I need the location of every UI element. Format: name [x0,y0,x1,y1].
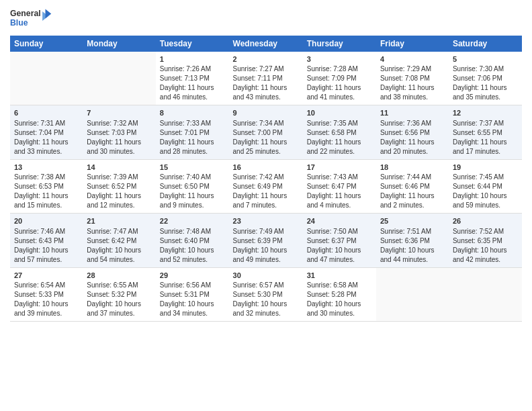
day-info: Sunrise: 7:42 AM [233,173,299,182]
day-cell: 10Sunrise: 7:35 AMSunset: 6:58 PMDayligh… [303,105,376,159]
day-number: 9 [233,108,299,118]
day-info: Sunset: 6:50 PM [160,182,225,191]
day-cell: 2Sunrise: 7:27 AMSunset: 7:11 PMDaylight… [229,52,303,105]
day-cell: 25Sunrise: 7:51 AMSunset: 6:36 PMDayligh… [376,214,449,267]
col-header-thursday: Thursday [303,36,376,52]
day-info: Daylight: 10 hours and 37 minutes. [87,300,152,318]
day-info: Sunrise: 7:32 AM [87,119,152,128]
day-cell: 30Sunrise: 6:57 AMSunset: 5:30 PMDayligh… [229,267,303,321]
day-number: 29 [160,271,225,281]
day-info: Sunset: 7:13 PM [160,74,225,83]
day-number: 1 [160,54,225,64]
day-cell: 9Sunrise: 7:34 AMSunset: 7:00 PMDaylight… [229,105,303,159]
day-info: Sunrise: 7:26 AM [160,64,225,74]
day-info: Sunrise: 6:58 AM [307,281,372,290]
day-number: 28 [87,271,152,281]
day-cell: 23Sunrise: 7:49 AMSunset: 6:39 PMDayligh… [229,214,303,267]
day-info: Sunrise: 7:29 AM [380,64,445,74]
day-info: Sunset: 6:58 PM [307,128,372,138]
col-header-tuesday: Tuesday [156,36,229,52]
col-header-friday: Friday [376,36,449,52]
day-info: Daylight: 11 hours and 12 minutes. [87,191,152,210]
day-cell: 1Sunrise: 7:26 AMSunset: 7:13 PMDaylight… [156,52,229,105]
day-info: Daylight: 11 hours and 25 minutes. [233,138,299,156]
day-info: Sunset: 7:00 PM [233,128,299,138]
col-header-sunday: Sunday [10,36,83,52]
week-row-1: 1Sunrise: 7:26 AMSunset: 7:13 PMDaylight… [10,52,522,105]
day-info: Sunset: 5:33 PM [14,290,79,300]
col-header-saturday: Saturday [449,36,522,52]
day-info: Daylight: 10 hours and 57 minutes. [14,246,79,265]
day-info: Daylight: 10 hours and 52 minutes. [160,246,225,265]
day-info: Daylight: 11 hours and 33 minutes. [14,138,79,156]
day-cell: 28Sunrise: 6:55 AMSunset: 5:32 PMDayligh… [83,267,156,321]
day-info: Daylight: 11 hours and 41 minutes. [307,83,372,102]
day-info: Daylight: 10 hours and 49 minutes. [233,246,299,265]
day-number: 24 [307,216,372,226]
day-info: Daylight: 11 hours and 20 minutes. [380,138,445,156]
week-row-4: 20Sunrise: 7:46 AMSunset: 6:43 PMDayligh… [10,214,522,267]
day-cell: 13Sunrise: 7:38 AMSunset: 6:53 PMDayligh… [10,159,83,213]
day-info: Daylight: 10 hours and 30 minutes. [307,300,372,318]
day-info: Sunset: 7:11 PM [233,74,299,83]
week-row-2: 6Sunrise: 7:31 AMSunset: 7:04 PMDaylight… [10,105,522,159]
day-info: Sunrise: 6:55 AM [87,281,152,290]
day-cell: 8Sunrise: 7:33 AMSunset: 7:01 PMDaylight… [156,105,229,159]
day-info: Sunrise: 7:28 AM [307,64,372,74]
day-number: 21 [87,216,152,226]
day-info: Daylight: 11 hours and 46 minutes. [160,83,225,102]
day-info: Daylight: 10 hours and 59 minutes. [453,191,518,210]
day-info: Daylight: 11 hours and 2 minutes. [380,191,445,210]
day-number: 17 [307,163,372,173]
day-cell: 27Sunrise: 6:54 AMSunset: 5:33 PMDayligh… [10,267,83,321]
day-info: Daylight: 11 hours and 7 minutes. [233,191,299,210]
day-cell: 11Sunrise: 7:36 AMSunset: 6:56 PMDayligh… [376,105,449,159]
day-info: Sunrise: 6:56 AM [160,281,225,290]
day-number: 30 [233,271,299,281]
logo: GeneralBlue [10,7,57,30]
svg-marker-3 [46,9,52,19]
day-info: Sunrise: 7:30 AM [453,64,518,74]
day-info: Sunrise: 7:44 AM [380,173,445,182]
day-info: Sunrise: 7:35 AM [307,119,372,128]
day-number: 26 [453,216,518,226]
day-cell: 17Sunrise: 7:43 AMSunset: 6:47 PMDayligh… [303,159,376,213]
day-cell: 16Sunrise: 7:42 AMSunset: 6:49 PMDayligh… [229,159,303,213]
day-info: Sunset: 7:04 PM [14,128,79,138]
day-info: Sunrise: 7:27 AM [233,64,299,74]
day-info: Sunset: 6:42 PM [87,236,152,246]
day-cell: 5Sunrise: 7:30 AMSunset: 7:06 PMDaylight… [449,52,522,105]
day-number: 3 [307,54,372,64]
day-info: Daylight: 11 hours and 22 minutes. [307,138,372,156]
day-cell: 12Sunrise: 7:37 AMSunset: 6:55 PMDayligh… [449,105,522,159]
day-info: Daylight: 11 hours and 35 minutes. [453,83,518,102]
day-number: 31 [307,271,372,281]
day-info: Daylight: 11 hours and 9 minutes. [160,191,225,210]
day-info: Daylight: 10 hours and 42 minutes. [453,246,518,265]
day-info: Sunset: 7:08 PM [380,74,445,83]
svg-text:Blue: Blue [10,18,28,28]
day-number: 2 [233,54,299,64]
day-cell: 20Sunrise: 7:46 AMSunset: 6:43 PMDayligh… [10,214,83,267]
day-info: Sunrise: 7:48 AM [160,227,225,236]
day-cell: 6Sunrise: 7:31 AMSunset: 7:04 PMDaylight… [10,105,83,159]
day-info: Sunrise: 7:37 AM [453,119,518,128]
day-cell: 31Sunrise: 6:58 AMSunset: 5:28 PMDayligh… [303,267,376,321]
day-number: 6 [14,108,79,118]
day-info: Sunrise: 7:40 AM [160,173,225,182]
day-info: Sunrise: 7:38 AM [14,173,79,182]
col-header-monday: Monday [83,36,156,52]
day-info: Sunset: 6:37 PM [307,236,372,246]
day-info: Sunset: 5:28 PM [307,290,372,300]
day-cell: 4Sunrise: 7:29 AMSunset: 7:08 PMDaylight… [376,52,449,105]
header-row: SundayMondayTuesdayWednesdayThursdayFrid… [10,36,522,52]
day-info: Sunrise: 7:46 AM [14,227,79,236]
day-cell [449,267,522,321]
day-number: 18 [380,163,445,173]
day-info: Daylight: 10 hours and 47 minutes. [307,246,372,265]
day-number: 23 [233,216,299,226]
day-cell: 22Sunrise: 7:48 AMSunset: 6:40 PMDayligh… [156,214,229,267]
day-info: Daylight: 10 hours and 54 minutes. [87,246,152,265]
logo-icon: GeneralBlue [10,7,57,30]
day-info: Sunset: 6:44 PM [453,182,518,191]
